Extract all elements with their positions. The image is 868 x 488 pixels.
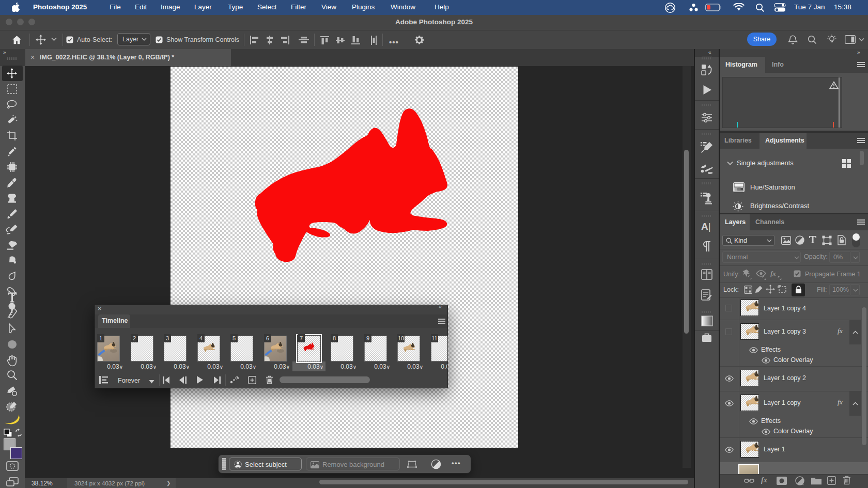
svg-text:fx: fx [770,270,776,277]
